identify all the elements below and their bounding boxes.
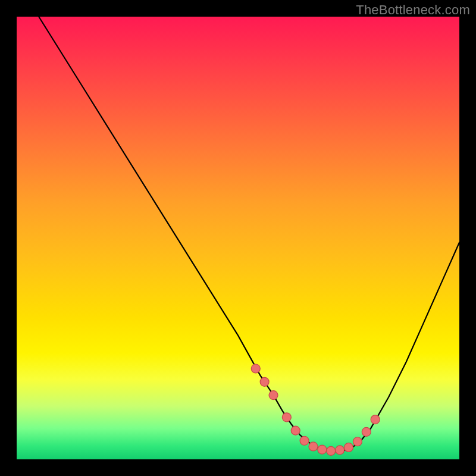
highlight-dots-group <box>251 364 380 455</box>
highlight-dot <box>318 445 327 454</box>
highlight-dot <box>362 427 371 436</box>
highlight-dot <box>291 426 300 435</box>
highlight-dot <box>327 446 336 455</box>
highlight-dot <box>336 446 345 455</box>
highlight-dot <box>353 437 362 446</box>
highlight-dot <box>371 415 380 424</box>
highlight-dot <box>309 442 318 451</box>
highlight-dot <box>300 436 309 445</box>
chart-svg <box>17 17 459 459</box>
highlight-dot <box>282 413 291 422</box>
highlight-dot <box>260 377 269 386</box>
bottleneck-curve <box>39 17 459 452</box>
page-frame: TheBottleneck.com <box>0 0 476 476</box>
watermark-text: TheBottleneck.com <box>356 2 470 18</box>
gradient-plot-area <box>17 17 459 459</box>
highlight-dot <box>251 364 260 373</box>
highlight-dot <box>269 391 278 400</box>
highlight-dot <box>345 443 353 452</box>
